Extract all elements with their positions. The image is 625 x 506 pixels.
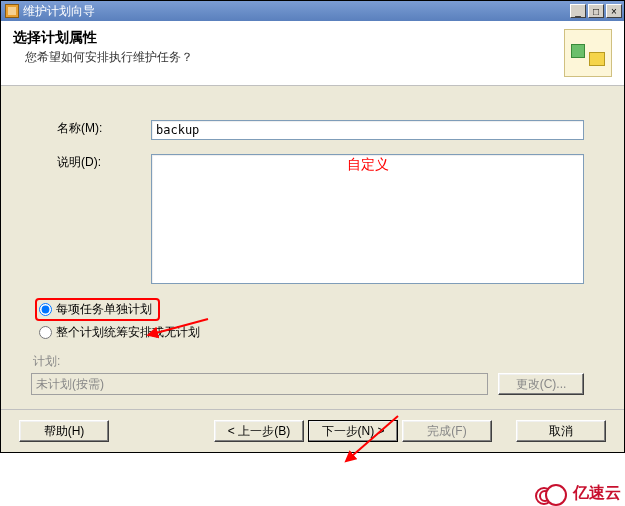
header-subtitle: 您希望如何安排执行维护任务？: [13, 49, 556, 66]
change-schedule-button: 更改(C)...: [498, 373, 584, 395]
description-label: 说明(D):: [31, 154, 151, 171]
wizard-icon: [564, 29, 612, 77]
name-input[interactable]: [151, 120, 584, 140]
next-button[interactable]: 下一步(N) >: [308, 420, 398, 442]
radio-separate-label: 每项任务单独计划: [56, 301, 152, 318]
name-label: 名称(M):: [31, 120, 151, 137]
radio-separate-schedule[interactable]: [39, 303, 52, 316]
schedule-radio-group: 每项任务单独计划 整个计划统筹安排或无计划: [35, 298, 584, 341]
cancel-button[interactable]: 取消: [516, 420, 606, 442]
watermark: 亿速云: [535, 483, 621, 504]
wizard-footer: 帮助(H) < 上一步(B) 下一步(N) > 完成(F) 取消: [1, 409, 624, 452]
annotation-highlight-box: 每项任务单独计划: [35, 298, 160, 321]
maximize-button[interactable]: □: [588, 4, 604, 18]
wizard-header: 选择计划属性 您希望如何安排执行维护任务？: [1, 21, 624, 86]
radio-single-label: 整个计划统筹安排或无计划: [56, 324, 200, 341]
plan-value-input: [31, 373, 488, 395]
close-button[interactable]: ×: [606, 4, 622, 18]
minimize-button[interactable]: _: [570, 4, 586, 18]
plan-group-label: 计划:: [33, 353, 584, 370]
wizard-window: 维护计划向导 _ □ × 选择计划属性 您希望如何安排执行维护任务？ 名称(M)…: [0, 0, 625, 453]
window-title: 维护计划向导: [23, 3, 570, 20]
window-controls: _ □ ×: [570, 4, 622, 18]
header-title: 选择计划属性: [13, 29, 556, 47]
annotation-custom: 自定义: [347, 156, 389, 174]
name-row: 名称(M):: [31, 120, 584, 140]
watermark-text: 亿速云: [573, 483, 621, 504]
app-icon: [5, 4, 19, 18]
wizard-body: 名称(M): 说明(D): 自定义 每项任务单独计划 整个计划统筹安排或无计划: [1, 86, 624, 409]
help-button[interactable]: 帮助(H): [19, 420, 109, 442]
header-text: 选择计划属性 您希望如何安排执行维护任务？: [13, 29, 556, 66]
back-button[interactable]: < 上一步(B): [214, 420, 304, 442]
titlebar[interactable]: 维护计划向导 _ □ ×: [1, 1, 624, 21]
finish-button: 完成(F): [402, 420, 492, 442]
watermark-icon: [535, 484, 569, 504]
plan-group: 计划: 更改(C)...: [31, 353, 584, 395]
radio-single-schedule[interactable]: [39, 326, 52, 339]
description-row: 说明(D): 自定义: [31, 154, 584, 284]
